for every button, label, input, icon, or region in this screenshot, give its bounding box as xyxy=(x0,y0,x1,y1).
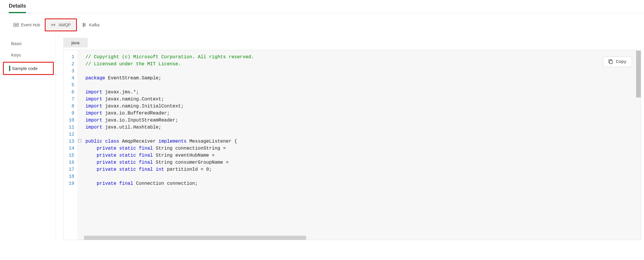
code-text: java.io.BufferedReader; xyxy=(102,111,170,116)
svg-point-4 xyxy=(83,23,84,24)
event-hub-icon xyxy=(13,22,19,28)
line-number: 3 xyxy=(69,68,74,75)
code-keyword: static xyxy=(119,153,136,158)
code-keyword: final xyxy=(119,181,133,186)
code-keyword: import xyxy=(85,90,102,95)
code-keyword: class xyxy=(105,139,119,144)
tab-kafka-label: Kafka xyxy=(89,23,100,27)
code-keyword: static xyxy=(119,160,136,165)
code-keyword: import xyxy=(85,104,102,109)
code-keyword: static xyxy=(119,167,136,172)
code-keyword: import xyxy=(85,97,102,102)
horizontal-scrollbar[interactable] xyxy=(84,236,306,240)
svg-point-8 xyxy=(85,25,85,26)
line-number: 9 xyxy=(69,110,74,117)
tab-kafka[interactable]: Kafka xyxy=(77,20,104,30)
svg-point-1 xyxy=(15,25,16,25)
svg-point-2 xyxy=(16,25,16,25)
code-text: consumerGroupName = xyxy=(175,160,231,165)
nav-keys[interactable]: Keys xyxy=(0,49,56,61)
code-text: String xyxy=(153,160,175,165)
line-number: 16 xyxy=(69,159,74,166)
code-text: javax.jms.*; xyxy=(102,90,139,95)
code-keyword: int xyxy=(156,167,164,172)
code-keyword: implements xyxy=(159,139,187,144)
code-keyword: private xyxy=(97,146,116,151)
highlight-amqp: AMQP xyxy=(45,18,77,31)
line-number: 4 xyxy=(69,75,74,82)
code-text: MessageListener { xyxy=(187,139,237,144)
line-number: 2 xyxy=(69,61,74,68)
code-keyword: final xyxy=(139,153,153,158)
code-text: javax.naming.InitialContext; xyxy=(102,104,184,109)
svg-point-6 xyxy=(83,26,84,27)
page-title: Details xyxy=(9,3,26,13)
code-keyword: private xyxy=(97,160,116,165)
copy-button-label: Copy xyxy=(616,59,626,64)
line-number: 12 xyxy=(69,131,74,138)
code-text: java.io.InputStreamReader; xyxy=(102,118,178,123)
code-comment: // Copyright (c) Microsoft Corporation. … xyxy=(85,54,254,60)
code-keyword: import xyxy=(85,125,102,130)
code-block: 1 2 3 4 5 6 7 8 9 10 11 12 13 14 15 16 1… xyxy=(63,50,641,240)
code-text: Connection connection; xyxy=(133,181,198,186)
main-content: java 1 2 3 4 5 6 7 8 9 10 11 12 13 14 15… xyxy=(56,35,644,240)
line-number: 11 xyxy=(69,124,74,131)
line-number: 8 xyxy=(69,103,74,110)
code-text: eventHubName = xyxy=(175,153,217,158)
lang-tab-java[interactable]: java xyxy=(63,38,88,47)
code-keyword: final xyxy=(139,167,153,172)
tab-event-hub-label: Event Hub xyxy=(21,23,40,27)
code-keyword: private xyxy=(97,153,116,158)
code-text: java.util.Hashtable; xyxy=(102,125,161,130)
code-text: connectionString = xyxy=(175,146,228,151)
code-keyword: package xyxy=(85,76,105,81)
tab-event-hub[interactable]: Event Hub xyxy=(9,20,45,30)
svg-point-7 xyxy=(85,23,85,24)
code-text: String xyxy=(153,146,175,151)
svg-line-12 xyxy=(84,25,85,26)
line-number: 5 xyxy=(69,82,74,89)
line-number: 7 xyxy=(69,96,74,103)
code-keyword: private xyxy=(97,167,116,172)
protocol-tabs: Event Hub AMQP xyxy=(0,13,644,35)
code-keyword: import xyxy=(85,118,102,123)
code-comment: // Licensed under the MIT License. xyxy=(85,61,181,67)
tab-amqp-label: AMQP xyxy=(58,23,70,27)
amqp-icon xyxy=(51,22,56,28)
nav-sample-code[interactable]: Sample code xyxy=(4,63,53,74)
header-row: Details xyxy=(0,0,644,13)
code-text: String xyxy=(153,153,175,158)
line-number: 6 xyxy=(69,89,74,96)
tab-amqp[interactable]: AMQP xyxy=(46,20,75,30)
line-number: 13 xyxy=(69,138,74,145)
line-number: 15 xyxy=(69,152,74,159)
kafka-icon xyxy=(82,22,87,28)
copy-button[interactable]: Copy xyxy=(603,57,632,67)
nav-basic[interactable]: Basic xyxy=(0,38,56,49)
code-text: partitionId = 0; xyxy=(164,167,212,172)
fold-collapse-icon[interactable]: − xyxy=(78,139,81,142)
line-number-gutter: 1 2 3 4 5 6 7 8 9 10 11 12 13 14 15 16 1… xyxy=(63,50,77,240)
code-keyword: static xyxy=(119,146,136,151)
svg-line-11 xyxy=(84,24,85,25)
code-keyword: private xyxy=(97,181,116,186)
language-tabs: java xyxy=(63,38,641,47)
left-nav: Basic Keys Sample code xyxy=(0,35,56,240)
copy-icon xyxy=(608,59,613,64)
svg-rect-13 xyxy=(609,61,612,64)
body-area: Basic Keys Sample code java 1 2 3 4 5 6 … xyxy=(0,35,644,240)
vertical-scrollbar[interactable] xyxy=(636,51,641,98)
code-keyword: final xyxy=(139,146,153,151)
code-text: javax.naming.Context; xyxy=(102,97,164,102)
line-number: 1 xyxy=(69,54,74,61)
svg-point-5 xyxy=(83,24,84,25)
code-text: EventStream.Sample; xyxy=(105,76,161,81)
line-number: 17 xyxy=(69,166,74,173)
code-keyword: public xyxy=(85,139,102,144)
line-number: 10 xyxy=(69,117,74,124)
code-text: AmqpReceiver xyxy=(119,139,158,144)
code-content[interactable]: // Copyright (c) Microsoft Corporation. … xyxy=(77,50,641,240)
line-number: 14 xyxy=(69,145,74,152)
line-number: 19 xyxy=(69,180,74,187)
